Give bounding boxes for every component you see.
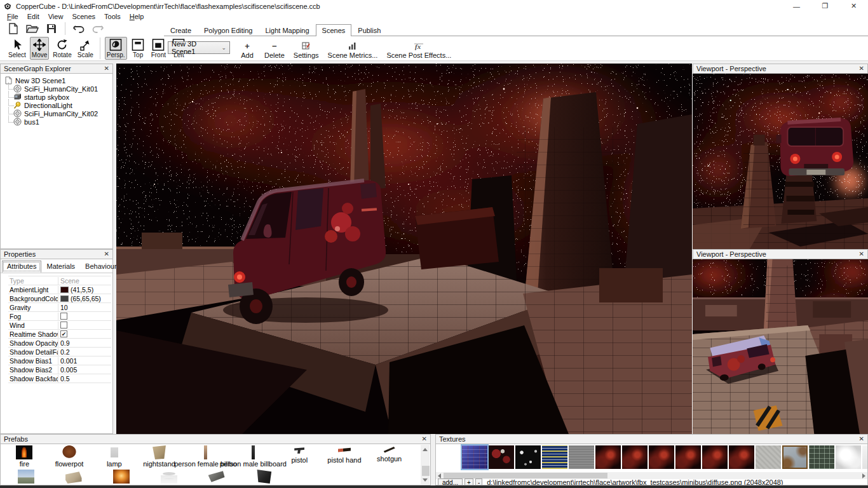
- menu-view[interactable]: View: [44, 13, 68, 20]
- tree-item-scene-root[interactable]: New 3D Scene1: [3, 76, 112, 85]
- close-icon[interactable]: ✕: [859, 251, 864, 257]
- texture-circuit-board-blue[interactable]: [462, 445, 487, 469]
- prefab-lamp[interactable]: lamp: [92, 445, 137, 468]
- open-file-icon[interactable]: [25, 22, 39, 35]
- tab-attributes[interactable]: Attributes: [2, 261, 41, 273]
- texture-white-bright[interactable]: [862, 445, 868, 469]
- texture-gray-noise[interactable]: [569, 445, 594, 469]
- prefab-pistol-hand[interactable]: pistol hand: [322, 445, 367, 468]
- close-icon[interactable]: ✕: [104, 65, 109, 72]
- menu-help[interactable]: Help: [125, 13, 149, 20]
- tree-item-startup-skybox[interactable]: startup skybox: [3, 93, 112, 101]
- tab-polygon-editing[interactable]: Polygon Editing: [198, 24, 259, 36]
- zoom-out-button[interactable]: -: [475, 478, 482, 485]
- texture-red-nebula[interactable]: [622, 445, 648, 469]
- restore-icon[interactable]: ❐: [811, 0, 839, 12]
- prefab-pistol[interactable]: pistol: [277, 445, 322, 468]
- prefabs-scrollbar[interactable]: [421, 445, 430, 484]
- close-icon[interactable]: ✕: [422, 436, 427, 442]
- tab-materials[interactable]: Materials: [41, 261, 80, 273]
- tab-light-mapping[interactable]: Light Mapping: [259, 24, 315, 36]
- property-row-shadow-backface[interactable]: Shadow BackfaceB 0.5: [8, 374, 111, 383]
- scene-settings-button[interactable]: Settings: [294, 41, 319, 59]
- texture-red-nebula[interactable]: [675, 445, 701, 469]
- tree-item-scifi-kit02[interactable]: SciFi_HumanCity_Kit02: [3, 109, 112, 118]
- prefab-skybox-blue[interactable]: skybox blue: [2, 470, 50, 485]
- close-icon[interactable]: ✕: [859, 65, 864, 72]
- prefab-television[interactable]: television: [240, 470, 288, 485]
- tab-create[interactable]: Create: [164, 24, 198, 36]
- add-texture-button[interactable]: add...: [438, 478, 463, 485]
- property-row-wind[interactable]: Wind: [8, 321, 111, 330]
- zoom-in-button[interactable]: +: [465, 478, 473, 485]
- property-row-shadow-detailfactor[interactable]: Shadow DetailFacto 0.2: [8, 348, 111, 356]
- wind-checkbox[interactable]: [60, 322, 67, 329]
- prefab-flowerpot[interactable]: flowerpot: [47, 445, 92, 468]
- new-file-icon[interactable]: [6, 22, 20, 35]
- texture-red-nebula[interactable]: [702, 445, 728, 469]
- viewport-canvas[interactable]: [693, 259, 868, 434]
- tree-item-directional-light[interactable]: DirectionalLight: [3, 101, 112, 109]
- redo-icon[interactable]: [91, 22, 105, 35]
- prefab-table2[interactable]: table2: [193, 470, 240, 485]
- property-row-backgroundcolor[interactable]: BackgroundColor (65,65,65): [8, 294, 111, 303]
- move-tool-button[interactable]: Move: [30, 37, 49, 60]
- texture-concrete-gray[interactable]: [756, 445, 781, 469]
- realtime-shadows-checkbox[interactable]: [60, 330, 67, 337]
- texture-red-nebula[interactable]: [595, 445, 621, 469]
- delete-scene-button[interactable]: − Delete: [264, 41, 285, 59]
- add-scene-button[interactable]: + Add: [239, 41, 255, 59]
- scroll-down-icon[interactable]: [421, 475, 430, 484]
- property-row-ambientlight[interactable]: AmbientLight (41,5,5): [8, 285, 111, 294]
- scene-select-dropdown[interactable]: New 3D Scene1 ⌄: [168, 41, 230, 54]
- texture-text-sheet-blue[interactable]: [542, 445, 567, 469]
- texture-red-nebula[interactable]: [649, 445, 674, 469]
- property-row-shadow-bias1[interactable]: Shadow Bias1 0.001: [8, 356, 111, 365]
- texture-black-specks[interactable]: [515, 445, 541, 469]
- undo-icon[interactable]: [72, 22, 86, 35]
- close-icon[interactable]: ✕: [839, 0, 868, 12]
- scroll-up-icon[interactable]: [421, 445, 430, 454]
- menu-edit[interactable]: Edit: [23, 13, 44, 20]
- color-swatch[interactable]: [60, 295, 69, 302]
- tree-item-scifi-kit01[interactable]: SciFi_HumanCity_Kit01: [3, 85, 112, 93]
- menu-file[interactable]: File: [3, 13, 23, 20]
- select-tool-button[interactable]: Select: [6, 37, 28, 60]
- viewport-canvas[interactable]: [693, 74, 868, 249]
- close-icon[interactable]: ✕: [859, 436, 864, 442]
- prefab-shotgun[interactable]: shotgun: [367, 445, 412, 468]
- fog-checkbox[interactable]: [60, 313, 67, 320]
- prefab-sunset-skybox[interactable]: sunset skybox: [97, 470, 145, 485]
- scrollbar-thumb[interactable]: [444, 473, 607, 478]
- texture-gray-clouds[interactable]: [836, 445, 861, 469]
- main-3d-viewport[interactable]: [116, 64, 692, 434]
- property-row-shadow-bias2[interactable]: Shadow Bias2 0.005: [8, 365, 111, 374]
- top-view-button[interactable]: Top: [129, 37, 147, 60]
- texture-van-diffuse-red[interactable]: [489, 445, 514, 469]
- close-icon[interactable]: ✕: [104, 251, 109, 257]
- scroll-right-icon[interactable]: [860, 472, 867, 479]
- texture-red-nebula[interactable]: [729, 445, 754, 469]
- prefab-table1[interactable]: table1: [145, 470, 193, 485]
- prefab-person-male-billboard[interactable]: person male billboard: [229, 445, 277, 468]
- scene-post-effects-button[interactable]: fx Scene Post Effects...: [386, 41, 451, 59]
- tab-behaviour[interactable]: Behaviour: [80, 261, 122, 273]
- tree-item-bus1[interactable]: bus1: [3, 118, 112, 126]
- scrollbar-thumb[interactable]: [422, 466, 430, 476]
- perspective-view-button[interactable]: Persp.: [105, 37, 127, 60]
- scale-tool-button[interactable]: Scale: [76, 37, 95, 60]
- color-swatch[interactable]: [60, 287, 69, 293]
- scene-metrics-button[interactable]: Scene Metrics...: [328, 41, 378, 59]
- property-row-fog[interactable]: Fog: [8, 312, 111, 321]
- texture-green-grid[interactable]: [809, 445, 834, 469]
- menu-tools[interactable]: Tools: [100, 13, 125, 20]
- property-row-gravity[interactable]: Gravity 10: [8, 303, 111, 312]
- minimize-icon[interactable]: —: [782, 0, 811, 12]
- tab-publish[interactable]: Publish: [351, 24, 387, 36]
- rotate-tool-button[interactable]: Rotate: [51, 37, 73, 60]
- property-row-shadow-opacity[interactable]: Shadow Opacity 0.9: [8, 339, 111, 348]
- tab-scenes[interactable]: Scenes: [316, 24, 352, 36]
- prefab-fire[interactable]: fire: [2, 445, 47, 468]
- texture-rust-plate[interactable]: [782, 445, 808, 469]
- property-row-realtime-shadows[interactable]: Realtime Shadows: [8, 330, 111, 339]
